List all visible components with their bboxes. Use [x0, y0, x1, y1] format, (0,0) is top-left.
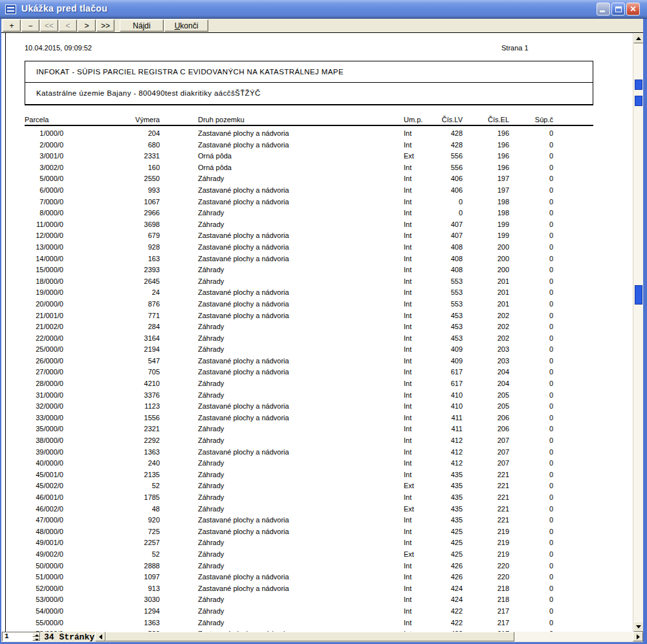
table-header: ParcelaVýmeraDruh pozemkuUm.p.Čís.LVČís.…: [6, 116, 633, 124]
cell: 876: [89, 299, 160, 310]
cell: 0: [527, 242, 553, 253]
cell: Záhrady: [198, 276, 405, 288]
print-preview-area: 10.04.2015, 09:09:52 Strana 1 INFOKAT - …: [1, 32, 643, 632]
cell: Záhrady: [198, 435, 405, 447]
cell: Int: [404, 583, 433, 595]
cell: Zastavané plochy a nádvoria: [198, 356, 405, 367]
horizontal-scrollbar[interactable]: [95, 632, 643, 641]
next-page-button[interactable]: >: [78, 19, 96, 32]
cell: 435: [432, 480, 463, 492]
scrollbar-thumb[interactable]: [105, 632, 514, 641]
cell: Záhrady: [198, 480, 405, 492]
cell: 425: [432, 549, 463, 561]
cell: 2966: [89, 208, 160, 219]
page-number-input[interactable]: 1: [2, 632, 41, 641]
spin-down-button[interactable]: [32, 637, 40, 641]
cell: 412: [432, 447, 463, 458]
cell: Zastavané plochy a nádvoria: [198, 367, 405, 378]
cell: Záhrady: [198, 173, 405, 185]
cell: Int: [404, 162, 433, 174]
table-row: 25/000/02194ZáhradyInt4092030: [6, 344, 633, 356]
cell: Záhrady: [198, 492, 405, 504]
cell: 46/001/0: [18, 492, 63, 504]
cell: Int: [404, 287, 433, 299]
cell: 27/000/0: [18, 367, 63, 378]
cell: 33/000/0: [18, 413, 63, 424]
vertical-scrollbar[interactable]: [633, 33, 643, 632]
close-button[interactable]: ✕: [626, 3, 640, 16]
cell: Int: [404, 264, 433, 276]
quit-button[interactable]: Ukonči: [164, 19, 208, 32]
zoom-out-button[interactable]: −: [21, 19, 39, 32]
titlebar[interactable]: Ukážka pred tlačou ✕: [0, 0, 647, 19]
scroll-right-button[interactable]: [633, 632, 643, 641]
cell: 0: [527, 537, 553, 549]
cell: 425: [432, 537, 463, 549]
cell: 2292: [89, 435, 160, 447]
cell: 196: [478, 140, 509, 151]
table-row: 45/001/02135ZáhradyInt4352210: [6, 469, 633, 481]
table-row: 20/000/0876Zastavané plochy a nádvoriaIn…: [6, 299, 633, 310]
table-row: 21/002/0284ZáhradyInt4532020: [6, 321, 633, 333]
table-row: 32/000/01123Zastavané plochy a nádvoriaI…: [6, 401, 633, 413]
scroll-up-button[interactable]: [633, 33, 644, 43]
cell: 12/000/0: [18, 230, 63, 242]
cell: Int: [404, 128, 433, 140]
cell: 219: [478, 537, 509, 549]
zoom-in-button[interactable]: +: [3, 19, 21, 32]
cell: 28/000/0: [18, 378, 63, 390]
cell: 435: [432, 492, 463, 504]
maximize-button[interactable]: [611, 3, 625, 16]
triangle-down-icon: [636, 625, 641, 628]
cell: 221: [478, 515, 509, 526]
column-header: Druh pozemku: [198, 116, 405, 124]
cell: 219: [478, 526, 509, 538]
cell: Záhrady: [198, 264, 405, 276]
last-page-button[interactable]: >>: [96, 19, 115, 32]
cell: 0: [527, 356, 553, 367]
cell: 200: [478, 253, 509, 265]
minimize-button[interactable]: [597, 3, 610, 16]
cell: 25/000/0: [18, 344, 63, 356]
cell: 202: [478, 310, 509, 322]
cell: 31/000/0: [18, 390, 63, 402]
cell: 2550: [89, 173, 160, 185]
pages-count-label: 34 Stránky: [44, 632, 94, 642]
cell: 22/000/0: [18, 333, 63, 345]
cell: 2/000/0: [18, 140, 63, 151]
find-button[interactable]: Nájdi: [120, 19, 164, 32]
table-body: 1/000/0204Zastavané plochy a nádvoriaInt…: [6, 128, 633, 632]
cell: Int: [404, 526, 433, 538]
table-row: 3/001/02331Orná pôdaExt5561960: [6, 151, 633, 162]
cell: 0: [527, 390, 553, 402]
scroll-left-button[interactable]: [95, 632, 105, 641]
cell: 19/000/0: [18, 287, 63, 299]
cell: 0: [432, 208, 463, 219]
cell: 218: [478, 583, 509, 595]
cell: Int: [404, 321, 433, 333]
cell: 771: [89, 310, 160, 322]
report-title: INFOKAT - SÚPIS PARCIEL REGISTRA C EVIDO…: [25, 61, 593, 83]
cell: 52/000/0: [18, 583, 63, 595]
cell: Int: [404, 140, 433, 151]
cell: Int: [404, 276, 433, 288]
cell: 8/000/0: [18, 208, 63, 219]
cell: 46/002/0: [18, 504, 63, 515]
cell: 18/000/0: [18, 276, 63, 288]
cell: 679: [89, 230, 160, 242]
cell: 201: [478, 299, 509, 310]
scroll-down-button[interactable]: [633, 621, 644, 632]
cell: 199: [478, 219, 509, 231]
cell: 410: [432, 401, 463, 413]
cell: 39/000/0: [18, 447, 63, 458]
cell: 203: [478, 356, 509, 367]
app-window: Ukážka pred tlačou ✕ +−<<<>>>NájdiUkonči…: [0, 0, 647, 644]
table-row: 28/000/04210ZáhradyInt6172040: [6, 378, 633, 390]
cell: 453: [432, 310, 463, 322]
cell: 409: [432, 344, 463, 356]
table-row: 48/000/0725Zastavané plochy a nádvoriaIn…: [6, 526, 633, 538]
cell: 617: [432, 378, 463, 390]
cell: Int: [404, 242, 433, 253]
cell: Zastavané plochy a nádvoria: [198, 447, 405, 458]
cell: 0: [527, 469, 553, 481]
